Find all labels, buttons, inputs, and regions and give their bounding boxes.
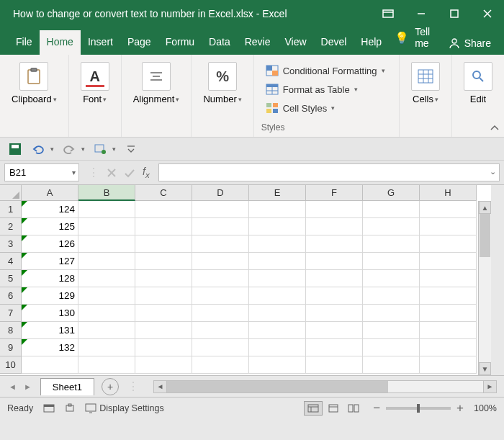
cell-F4[interactable] <box>306 253 363 270</box>
font-group-button[interactable]: A Font▾ <box>76 59 114 107</box>
cell-H3[interactable] <box>420 235 477 253</box>
new-sheet-button[interactable]: + <box>102 378 119 395</box>
row-header-3[interactable]: 3 <box>0 235 22 253</box>
zoom-in-button[interactable]: + <box>456 402 464 414</box>
cell-G5[interactable] <box>363 270 420 287</box>
cell-B9[interactable] <box>78 339 135 356</box>
sheet-tab-sheet1[interactable]: Sheet1 <box>40 378 94 395</box>
redo-button[interactable] <box>61 141 77 157</box>
column-header-E[interactable]: E <box>249 185 306 201</box>
cell-G6[interactable] <box>363 287 420 305</box>
redo-dropdown[interactable]: ▾ <box>81 145 85 153</box>
cell-G1[interactable] <box>363 201 420 218</box>
cell-H2[interactable] <box>420 218 477 235</box>
cells-area[interactable]: 124125126127128129130131132 <box>22 201 504 375</box>
row-header-4[interactable]: 4 <box>0 253 22 270</box>
touch-mode-button[interactable] <box>92 141 108 157</box>
conditional-formatting-button[interactable]: Conditional Formatting ▾ <box>261 63 392 78</box>
column-header-C[interactable]: C <box>135 185 192 201</box>
tab-help[interactable]: Help <box>354 30 389 55</box>
cell-C10[interactable] <box>135 356 192 374</box>
zoom-slider-track[interactable] <box>386 407 451 410</box>
cell-D6[interactable] <box>192 287 249 305</box>
cell-C7[interactable] <box>135 305 192 322</box>
vertical-scrollbar[interactable]: ▲ ▼ <box>478 201 491 375</box>
tab-page-layout[interactable]: Page <box>120 30 158 55</box>
row-header-6[interactable]: 6 <box>0 287 22 305</box>
scroll-up-button[interactable]: ▲ <box>479 201 491 214</box>
cell-A1[interactable]: 124 <box>22 201 78 218</box>
cell-C9[interactable] <box>135 339 192 356</box>
tab-developer[interactable]: Devel <box>314 30 354 55</box>
cell-C5[interactable] <box>135 270 192 287</box>
cell-E5[interactable] <box>249 270 306 287</box>
row-header-1[interactable]: 1 <box>0 201 22 218</box>
cell-G3[interactable] <box>363 235 420 253</box>
ribbon-display-options-button[interactable] <box>372 0 405 27</box>
tab-review[interactable]: Revie <box>238 30 278 55</box>
cells-group-button[interactable]: Cells▾ <box>407 59 444 107</box>
undo-dropdown[interactable]: ▾ <box>50 145 54 153</box>
zoom-out-button[interactable]: − <box>373 402 380 414</box>
display-settings-button[interactable]: Display Settings <box>85 403 164 413</box>
cell-D9[interactable] <box>192 339 249 356</box>
number-group-button[interactable]: % Number▾ <box>199 59 246 107</box>
row-header-9[interactable]: 9 <box>0 339 22 356</box>
cell-C6[interactable] <box>135 287 192 305</box>
cell-B8[interactable] <box>78 322 135 339</box>
cell-E6[interactable] <box>249 287 306 305</box>
cell-styles-button[interactable]: Cell Styles ▾ <box>261 101 392 115</box>
cell-B2[interactable] <box>78 218 135 235</box>
cell-D8[interactable] <box>192 322 249 339</box>
cell-C4[interactable] <box>135 253 192 270</box>
column-header-G[interactable]: G <box>363 185 420 201</box>
cell-A8[interactable]: 131 <box>22 322 78 339</box>
tab-view[interactable]: View <box>277 30 313 55</box>
cell-E3[interactable] <box>249 235 306 253</box>
cell-E2[interactable] <box>249 218 306 235</box>
cell-G10[interactable] <box>363 356 420 374</box>
cell-H6[interactable] <box>420 287 477 305</box>
name-box[interactable]: B21 ▾ <box>4 163 79 181</box>
maximize-button[interactable] <box>438 0 471 27</box>
page-break-view-button[interactable] <box>344 401 363 416</box>
cell-A4[interactable]: 127 <box>22 253 78 270</box>
formula-input[interactable]: ⌄ <box>158 163 500 181</box>
cell-G2[interactable] <box>363 218 420 235</box>
select-all-corner[interactable] <box>0 185 22 201</box>
vertical-scroll-thumb[interactable] <box>480 214 490 257</box>
row-header-2[interactable]: 2 <box>0 218 22 235</box>
tab-home[interactable]: Home <box>40 30 81 55</box>
cell-C2[interactable] <box>135 218 192 235</box>
cell-C1[interactable] <box>135 201 192 218</box>
scroll-right-button[interactable]: ► <box>483 381 496 392</box>
cell-F7[interactable] <box>306 305 363 322</box>
paste-button[interactable]: Clipboard▾ <box>7 59 61 107</box>
cell-A9[interactable]: 132 <box>22 339 78 356</box>
tab-scroll-right-button[interactable]: ► <box>21 381 35 392</box>
cell-H4[interactable] <box>420 253 477 270</box>
format-as-table-button[interactable]: Format as Table ▾ <box>261 82 392 96</box>
scroll-down-button[interactable]: ▼ <box>479 362 491 375</box>
name-box-dropdown[interactable]: ▾ <box>72 169 76 176</box>
cell-H10[interactable] <box>420 356 477 374</box>
cell-G9[interactable] <box>363 339 420 356</box>
cell-H9[interactable] <box>420 339 477 356</box>
enter-formula-button[interactable] <box>124 168 135 178</box>
save-button[interactable] <box>7 141 23 157</box>
cell-G7[interactable] <box>363 305 420 322</box>
cell-D10[interactable] <box>192 356 249 374</box>
horizontal-scrollbar[interactable]: ◄ ► <box>153 380 497 393</box>
cell-B1[interactable] <box>78 201 135 218</box>
column-header-F[interactable]: F <box>306 185 363 201</box>
undo-button[interactable] <box>30 141 46 157</box>
page-layout-view-button[interactable] <box>324 401 343 416</box>
row-header-8[interactable]: 8 <box>0 322 22 339</box>
alignment-group-button[interactable]: Alignment▾ <box>129 59 184 107</box>
column-header-H[interactable]: H <box>420 185 477 201</box>
cell-D7[interactable] <box>192 305 249 322</box>
cell-D3[interactable] <box>192 235 249 253</box>
cell-B5[interactable] <box>78 270 135 287</box>
cell-F6[interactable] <box>306 287 363 305</box>
cell-F2[interactable] <box>306 218 363 235</box>
